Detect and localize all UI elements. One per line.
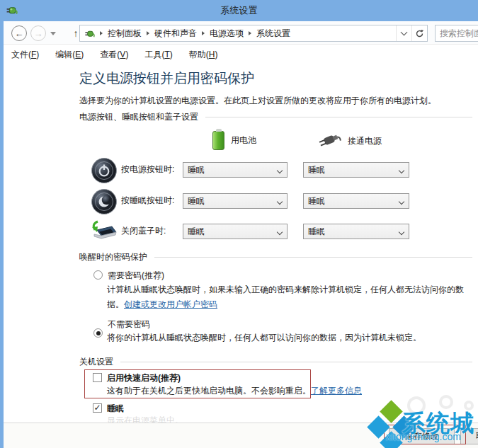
column-header-battery: 用电池 [212,130,256,151]
breadcrumb-item-control-panel[interactable]: 控制面板 [104,28,145,40]
require-password-desc: 计算机从睡眠状态唤醒时，如果未输入正确的密码来解除计算机锁定，任何人都无法访问你… [107,282,467,312]
power-button-battery-select[interactable]: 睡眠 [183,162,288,178]
lid-close-battery-select[interactable]: 睡眠 [183,224,288,239]
no-password-desc: 将你的计算机从睡眠状态唤醒时，任何人都可以访问你的数据，因为计算机未锁定。 [107,331,475,345]
window-left-border [0,21,4,448]
forward-arrow-icon: → [34,28,43,39]
menu-bar: 文件(F) 编辑(E) 查看(V) 工具(T) 帮助(H) [4,45,478,64]
section-power-buttons: 电源按钮、睡眠按钮和盖子设置 [79,111,472,123]
section-shutdown: 关机设置 [79,356,472,368]
fast-startup-desc: 这有助于在关机之后更快地启动电脑。不会影响重启。了解更多信息 [107,384,475,398]
search-box[interactable] [435,25,478,42]
sleep-checkbox[interactable]: ✓ [93,403,102,413]
address-bar[interactable]: 控制面板 硬件和声音 电源选项 系统设置 [79,25,428,42]
row-label-close-lid: 关闭盖子时: [121,225,166,237]
refresh-icon [415,29,424,38]
breadcrumb-separator-icon [249,31,251,35]
address-dropdown-button[interactable] [396,25,411,41]
chevron-down-icon [401,28,408,35]
require-password-label: 需要密码(推荐) [108,270,164,282]
column-header-ac: 接通电源 [317,132,382,150]
power-plug-icon [84,28,95,39]
menu-edit[interactable]: 编辑(E) [55,49,84,61]
forward-button[interactable]: → [30,25,46,41]
window-title: 系统设置 [0,4,478,17]
cancel-button[interactable]: 取消 [460,428,478,444]
power-button-ac-select[interactable]: 睡眠 [303,162,409,178]
chevron-down-icon [277,168,283,173]
breadcrumb-item-power-options[interactable]: 电源选项 [206,28,247,40]
save-changes-button[interactable]: 保存修改 [389,428,455,444]
refresh-button[interactable] [411,25,427,41]
section-divider [120,362,472,362]
no-password-label: 不需要密码 [108,318,150,331]
fast-startup-label: 启用快速启动(推荐) [107,372,181,384]
chevron-down-icon [277,229,283,235]
require-password-radio[interactable] [93,270,103,280]
sleep-button-ac-select[interactable]: 睡眠 [303,193,409,209]
row-label-sleep-button: 按睡眠按钮时: [121,195,174,207]
section-divider [205,117,472,117]
battery-icon [212,131,224,150]
sleep-button-icon [91,188,118,215]
recent-pages-dropdown-icon[interactable] [50,32,56,35]
breadcrumb-separator-icon [147,31,149,35]
fast-startup-checkbox[interactable] [93,373,102,382]
page-title: 定义电源按钮并启用密码保护 [79,69,254,88]
chevron-down-icon [399,199,404,205]
section-title: 电源按钮、睡眠按钮和盖子设置 [79,111,198,123]
back-button[interactable]: ← [11,25,27,41]
breadcrumb-separator-icon [202,31,205,35]
menu-tools[interactable]: 工具(T) [144,49,172,61]
chevron-down-icon [399,168,404,173]
no-password-radio[interactable] [93,328,103,338]
page-content: 定义电源按钮并启用密码保护 选择要为你的计算机设置的电源设置。在此页上对设置所做… [4,64,478,423]
menu-file[interactable]: 文件(F) [11,49,39,61]
section-title: 唤醒时的密码保护 [79,251,147,263]
system-settings-window: 系统设置 ← → ↑ 控制面板 硬件和声音 [0,0,478,448]
search-input[interactable] [436,25,478,41]
breadcrumb-item-system-settings[interactable]: 系统设置 [253,28,294,40]
back-arrow-icon: ← [15,28,24,39]
footer-bar: 保存修改 取消 [4,423,478,448]
page-subtitle: 选择要为你的计算机设置的电源设置。在此页上对设置所做的更改将应用于你所有的电源计… [79,95,436,107]
chevron-down-icon [399,229,404,235]
section-wake-password: 唤醒时的密码保护 [79,251,472,263]
row-label-power-button: 按电源按钮时: [121,163,174,176]
learn-more-link[interactable]: 了解更多信息 [311,386,362,396]
sleep-button-battery-select[interactable]: 睡眠 [183,193,288,209]
menu-help[interactable]: 帮助(H) [189,49,218,61]
ac-plug-icon [317,132,341,151]
up-arrow-icon: ↑ [74,28,79,39]
close-lid-icon [89,220,118,243]
navigation-toolbar: ← → ↑ 控制面板 硬件和声音 电源选项 系统 [4,21,478,45]
chevron-down-icon [277,199,283,205]
lid-close-ac-select[interactable]: 睡眠 [303,224,409,239]
change-password-link[interactable]: 创建或更改用户帐户密码 [124,299,217,309]
power-button-icon [91,157,118,184]
power-plug-app-icon [6,4,18,16]
section-title: 关机设置 [79,356,113,368]
check-icon: ✓ [93,403,101,413]
breadcrumb-item-hardware-sound[interactable]: 硬件和声音 [151,28,200,40]
title-bar: 系统设置 [0,0,478,21]
section-divider [154,257,472,258]
menu-view[interactable]: 查看(V) [100,49,128,61]
breadcrumb-separator-icon [100,31,103,35]
